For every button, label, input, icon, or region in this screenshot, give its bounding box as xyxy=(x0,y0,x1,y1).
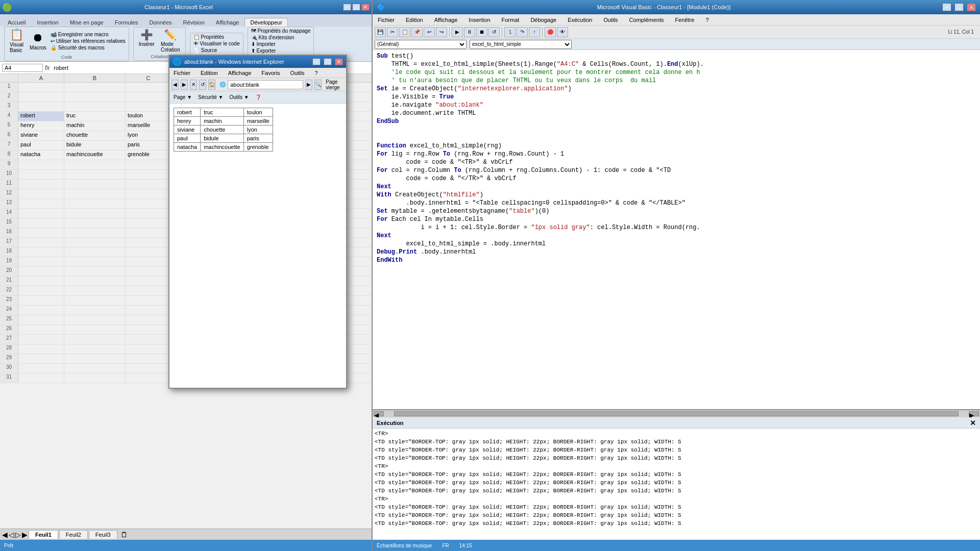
sheet-tab-feuil2[interactable]: Feuil2 xyxy=(59,530,88,539)
vba-menu-complements[interactable]: Compléments xyxy=(627,16,666,24)
code-line-25[interactable]: Debug.Print .body.innerhtml xyxy=(377,248,976,256)
ie-menu-edition[interactable]: Edition xyxy=(199,69,220,77)
cell-24-3[interactable] xyxy=(126,306,172,315)
cell-10-2[interactable] xyxy=(64,170,126,179)
cell-26-1[interactable] xyxy=(18,325,64,334)
cell-31-3[interactable] xyxy=(126,373,172,383)
visual-basic-btn[interactable]: VisualBasic xyxy=(8,41,26,54)
cell-17-2[interactable] xyxy=(64,238,126,247)
cell-18-1[interactable] xyxy=(18,247,64,257)
vba-breakpoint-btn[interactable]: 🔴 xyxy=(545,27,556,37)
cell-1-2[interactable] xyxy=(64,83,126,92)
vba-menu-fenetre[interactable]: Fenêtre xyxy=(673,16,696,24)
sheet-nav-right2[interactable]: ▷ xyxy=(15,531,21,539)
excel-maximize-btn[interactable]: □ xyxy=(352,4,360,11)
cell-14-1[interactable] xyxy=(18,209,64,218)
cell-14-2[interactable] xyxy=(64,209,126,218)
vba-menu-format[interactable]: Format xyxy=(500,16,522,24)
cell-13-1[interactable] xyxy=(18,199,64,208)
code-line-12[interactable]: Function excel_to_html_simple(rng) xyxy=(377,142,976,150)
cell-2-2[interactable] xyxy=(64,92,126,102)
cell-16-2[interactable] xyxy=(64,228,126,237)
sheet-nav-left[interactable]: ◀ xyxy=(2,531,8,539)
vba-step-over-btn[interactable]: ↷ xyxy=(517,27,528,37)
code-line-6[interactable]: ie.Visible = True xyxy=(377,93,976,101)
vba-menu-insertion[interactable]: Insertion xyxy=(467,16,492,24)
cell-5-3[interactable]: marseille xyxy=(126,121,172,131)
vba-step-out-btn[interactable]: ↑ xyxy=(529,27,540,37)
vba-menu-fichier[interactable]: Fichier xyxy=(376,16,397,24)
inserer-btn[interactable]: Insérer xyxy=(137,41,157,47)
cell-17-1[interactable] xyxy=(18,238,64,247)
cell-23-1[interactable] xyxy=(18,296,64,305)
cell-22-2[interactable] xyxy=(64,286,126,295)
ie-forward-btn[interactable]: ▶ xyxy=(181,80,188,90)
code-line-11[interactable] xyxy=(377,134,976,142)
ie-tb2-btn1[interactable]: Page ▼ xyxy=(172,93,194,101)
vba-restore-btn[interactable]: □ xyxy=(954,3,964,11)
cell-21-1[interactable] xyxy=(18,277,64,286)
vba-watch-btn[interactable]: 👁 xyxy=(557,27,568,37)
col-header-c[interactable]: C xyxy=(126,74,172,82)
cell-3-2[interactable] xyxy=(64,102,126,111)
code-line-8[interactable]: ie.document.write THTML xyxy=(377,109,976,117)
cell-30-2[interactable] xyxy=(64,364,126,373)
vba-run-btn[interactable]: ▶ xyxy=(452,27,463,37)
vba-close-btn[interactable]: ✕ xyxy=(967,3,976,11)
cell-7-3[interactable]: paris xyxy=(126,141,172,150)
h-scroll-thumb[interactable] xyxy=(394,411,959,416)
cell-22-3[interactable] xyxy=(126,286,172,295)
cell-21-3[interactable] xyxy=(126,277,172,286)
macros-btn[interactable]: Macros xyxy=(28,44,48,51)
code-line-9[interactable]: End Sub xyxy=(377,117,976,126)
vba-minimize-btn[interactable]: ─ xyxy=(942,3,951,11)
code-line-22[interactable]: i = i + 1: cel.Style.Border = "1px solid… xyxy=(377,223,976,232)
tab-affichage[interactable]: Affichage xyxy=(210,18,245,27)
vba-copy-btn[interactable]: 📋 xyxy=(399,27,410,37)
cell-5-2[interactable]: machin xyxy=(64,121,126,131)
cell-2-1[interactable] xyxy=(18,92,64,102)
cell-5-1[interactable]: henry xyxy=(18,121,64,131)
cell-17-3[interactable] xyxy=(126,238,172,247)
cell-29-2[interactable] xyxy=(64,354,126,363)
vba-cut-btn[interactable]: ✂ xyxy=(387,27,398,37)
cell-30-1[interactable] xyxy=(18,364,64,373)
cell-8-2[interactable]: machincouette xyxy=(64,151,126,160)
cell-9-1[interactable] xyxy=(18,160,64,169)
insert-sheet-btn[interactable]: 🗒 xyxy=(120,531,128,539)
cell-16-1[interactable] xyxy=(18,228,64,237)
code-line-2[interactable]: THTML = excel_to_html_simple(Sheets(1).R… xyxy=(377,60,976,68)
references-relatives-btn[interactable]: ↩ Utiliser les références relatives xyxy=(51,38,126,44)
cell-15-1[interactable] xyxy=(18,218,64,228)
ie-tb2-btn2[interactable]: Sécurité ▼ xyxy=(196,93,225,101)
cell-8-3[interactable]: grenoble xyxy=(126,151,172,160)
ie-close-btn[interactable]: ✕ xyxy=(335,58,343,65)
proprietes-mappage-btn[interactable]: 🗺 Propriétés du mappage xyxy=(251,28,311,34)
col-header-a[interactable]: A xyxy=(18,74,64,82)
vba-code-editor[interactable]: Sub test() THTML = excel_to_html_simple(… xyxy=(373,50,980,410)
cell-23-3[interactable] xyxy=(126,296,172,305)
ie-menu-favoris[interactable]: Favoris xyxy=(259,69,282,77)
cell-6-1[interactable]: siviane xyxy=(18,131,64,140)
cell-31-1[interactable] xyxy=(18,373,64,383)
code-line-7[interactable]: ie.navigate "about:blank" xyxy=(377,101,976,109)
cell-20-3[interactable] xyxy=(126,267,172,276)
exporter-btn[interactable]: ⬆ Exporter xyxy=(251,48,311,54)
cell-20-2[interactable] xyxy=(64,267,126,276)
excel-close-btn[interactable]: ✕ xyxy=(361,4,370,11)
ie-stop-btn[interactable]: ✕ xyxy=(190,80,197,90)
vba-menu-debogage[interactable]: Débogage xyxy=(528,16,558,24)
code-line-20[interactable]: Set mytable = .getelementsbytagname("tab… xyxy=(377,207,976,215)
ie-menu-aide[interactable]: ? xyxy=(313,69,320,77)
ie-back-btn[interactable]: ◀ xyxy=(172,80,179,90)
cell-25-2[interactable] xyxy=(64,315,126,324)
securite-macros-btn[interactable]: 🔒 Sécurité des macros xyxy=(51,45,126,51)
cell-3-1[interactable] xyxy=(18,102,64,111)
cell-7-2[interactable]: bidule xyxy=(64,141,126,150)
ie-menu-fichier[interactable]: Fichier xyxy=(172,69,192,77)
code-line-23[interactable]: Next xyxy=(377,232,976,240)
importer-btn[interactable]: ⬇ Importer xyxy=(251,41,311,47)
tab-accueil[interactable]: Accueil xyxy=(2,18,31,27)
h-scroll-left[interactable]: ◀ xyxy=(374,411,384,416)
cell-10-3[interactable] xyxy=(126,170,172,179)
